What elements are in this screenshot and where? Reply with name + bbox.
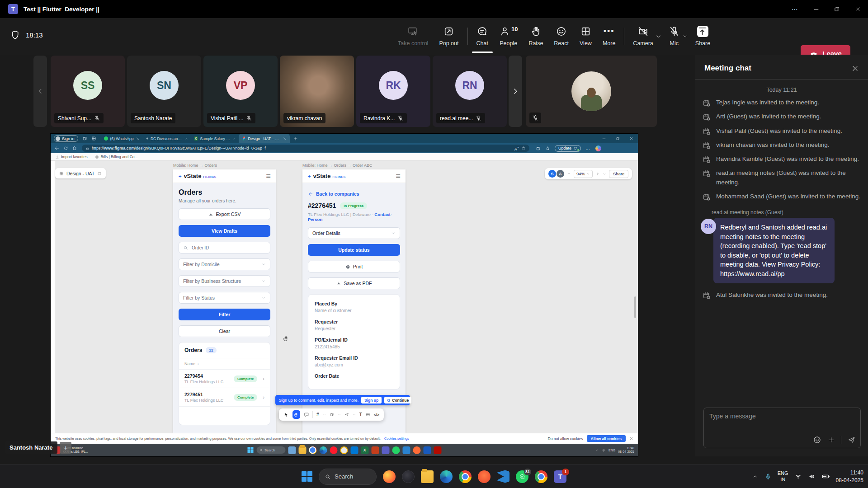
figma-canvas[interactable]: Design - UAT S A 94% Share Mobile: Home … [51,161,638,433]
browser-menu-icon[interactable]: … [585,146,591,151]
view-drafts-button[interactable]: View Drafts [179,225,270,237]
teams-icon[interactable] [382,446,389,454]
previous-participants-button[interactable] [33,56,47,127]
sign-up-button[interactable]: Sign up [361,397,382,404]
camera-button[interactable]: Camera [627,18,658,54]
text-tool-icon[interactable]: T [359,412,362,417]
opera-icon[interactable] [330,446,337,454]
mic-in-use-icon[interactable] [764,473,772,480]
chat-button[interactable]: Chat [471,18,494,54]
hamburger-menu-icon[interactable]: ☰ [266,173,271,179]
close-tab-icon[interactable] [185,137,188,141]
order-details-select[interactable]: Order Details [308,227,400,239]
back-icon[interactable] [54,145,60,151]
shape-tool-icon[interactable] [330,412,334,417]
copilot-icon[interactable] [595,145,601,151]
emoji-icon[interactable] [813,436,821,444]
collaborator-avatar[interactable]: A [557,170,564,178]
pin-presenter-button[interactable]: + [60,442,71,454]
clear-button[interactable]: Clear [179,325,270,337]
chat-input-box[interactable] [703,408,861,448]
browser-profile-button[interactable]: Sign in [54,135,78,142]
start-button[interactable] [302,471,312,482]
search-pill[interactable]: Search [256,446,285,454]
save-as-pdf-button[interactable]: Save as PDF [308,277,400,289]
back-to-companies-link[interactable]: Back to companies [308,191,400,197]
move-tool-icon[interactable] [283,412,289,418]
chevron-down-icon[interactable] [323,413,326,417]
present-icon[interactable] [595,172,600,176]
edge-icon[interactable] [319,446,327,454]
section-tool-icon[interactable] [366,412,370,417]
pdf-icon[interactable] [434,446,441,454]
participant-tile[interactable]: RN read.ai mee... [433,56,507,127]
tab-salary-sheet[interactable]: X Sample Salary Structure with calc... [191,134,239,143]
attach-plus-icon[interactable] [827,436,835,444]
copilot-icon[interactable] [402,470,415,483]
chevron-down-icon[interactable] [603,172,606,176]
hidden-icons-caret[interactable] [752,473,759,480]
send-icon[interactable] [847,436,856,444]
vscode-icon[interactable] [402,446,410,454]
more-button[interactable]: ••• More [597,18,621,54]
collaborator-avatar[interactable]: S [548,170,556,178]
comment-tool-icon[interactable] [304,412,309,418]
close-button[interactable] [847,0,868,18]
titlebar-more-icon[interactable]: ⋯ [785,0,806,18]
participant-tile[interactable]: SS Shivani Sup... [51,56,125,127]
active-speaker-tile[interactable] [526,56,657,127]
home-icon[interactable] [72,145,77,151]
battery-icon[interactable] [821,472,830,481]
tab-whatsapp[interactable]: (6) WhatsApp [101,134,143,143]
vertical-tabs-icon[interactable] [91,136,96,141]
excel-icon[interactable]: X [361,446,368,454]
order-id-input[interactable] [191,245,259,251]
file-explorer-icon[interactable] [298,446,306,454]
chevron-down-icon[interactable] [567,172,571,176]
read-aloud-icon[interactable]: A» [514,145,519,151]
canvas-scrollbar[interactable] [634,296,636,318]
volume-icon[interactable] [808,473,816,480]
view-button[interactable]: View [574,18,597,54]
update-status-button[interactable]: Update status [308,244,400,256]
react-button[interactable]: React [548,18,574,54]
wifi-icon[interactable] [794,473,802,480]
url-field[interactable]: https://www.figma.com/design/9BKQ0FOHRWa… [82,145,529,152]
order-id-search[interactable] [179,242,270,253]
people-button[interactable]: 10 People [494,18,523,54]
vscode-icon[interactable] [497,470,509,483]
maximize-button[interactable] [826,0,847,18]
figma-file-chip[interactable]: Design - UAT [55,168,106,178]
next-participants-button[interactable] [509,56,522,127]
allow-cookies-button[interactable]: Allow all cookies [587,435,626,442]
teams-icon[interactable]: T 1 [554,470,566,483]
chevron-down-icon[interactable] [338,413,341,417]
mail-icon[interactable] [350,446,358,454]
pen-tool-icon[interactable] [344,412,349,417]
figma-share-button[interactable]: Share [609,170,628,178]
weather-icon[interactable] [288,446,296,454]
caret-up-icon[interactable] [595,448,599,452]
taskbar-search[interactable]: Search [319,469,377,485]
name-column-header[interactable]: Name↓ [179,358,270,370]
order-row[interactable]: 2279451 TL Flex Holdings LLC Complete › [179,388,270,407]
refresh-icon[interactable] [63,146,68,151]
chrome-icon[interactable] [459,470,472,483]
brave-icon[interactable] [478,470,491,483]
participant-tile[interactable]: vikram chavan [280,56,354,127]
close-tab-icon[interactable] [283,137,287,141]
close-icon[interactable] [629,436,633,441]
postman-icon[interactable] [413,446,420,454]
edge-icon[interactable] [440,470,453,483]
new-tab-icon[interactable] [293,136,298,141]
close-chat-icon[interactable] [851,65,859,72]
share-button[interactable]: Share [690,18,716,54]
browser-update-button[interactable]: Update [555,145,581,152]
participant-tile[interactable]: SN Santosh Narate [127,56,201,127]
frame-tool-icon[interactable]: # [316,412,319,417]
chrome-profile-icon[interactable] [535,470,547,483]
taskbar-clock[interactable]: 11:4008-04-2025 [836,469,863,483]
filter-domicile-select[interactable]: Filter by Domicile [179,258,270,270]
mic-button[interactable]: Mic [663,18,685,54]
powerpoint-icon[interactable] [371,446,379,454]
